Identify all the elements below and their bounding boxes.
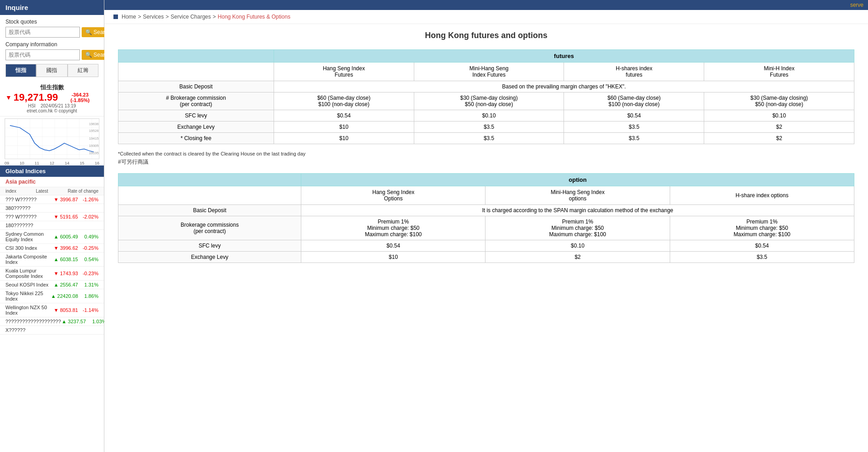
- breadcrumb-icon: [113, 15, 118, 19]
- svg-text:19636: 19636: [89, 122, 98, 126]
- options-header-title: option: [301, 174, 854, 186]
- futures-row-closing: * Closing fee $10 $3.5 $3.5 $2: [118, 133, 854, 144]
- index-row: ????????????????????▲ 3237.571.03%: [0, 317, 104, 326]
- futures-col-hsi: Hang Seng IndexFutures: [274, 63, 414, 81]
- index-value: ▼ 3996.87: [53, 197, 78, 202]
- index-change: -1.14%: [78, 307, 98, 313]
- futures-col-minih: Mini-H IndexFutures: [704, 63, 854, 81]
- hsi-section: 恒生指數 ▼ 19,271.99 -364.23 (-1.85%) HSI 20…: [0, 81, 104, 117]
- index-row: CSI 300 Index▼ 3996.62-0.25%: [0, 244, 104, 253]
- global-indices-label: Global Indices: [5, 168, 46, 175]
- tab-hsi[interactable]: 恒指: [5, 64, 36, 77]
- options-sfc-label: SFC levy: [118, 240, 301, 252]
- futures-closing-mhsi: $3.5: [414, 133, 564, 144]
- index-row: X??????: [0, 326, 104, 335]
- futures-exchange-mhsi: $3.5: [414, 122, 564, 133]
- futures-row-sfc: SFC levy $0.54 $0.10 $0.54 $0.10: [118, 110, 854, 122]
- futures-brokerage-hsi: $60 (Same-day close)$100 (non-day close): [274, 92, 414, 110]
- breadcrumb-current: Hong Kong Futures & Options: [218, 14, 290, 20]
- options-row-sfc: SFC levy $0.54 $0.10 $0.54: [118, 240, 854, 252]
- header-rate: Rate of change: [68, 189, 98, 194]
- hsi-chart: 19636 19526 19415 19305 19195: [5, 118, 99, 159]
- global-indices-header: Global Indices: [0, 165, 104, 177]
- futures-brokerage-mhsi: $30 (Same-day closing)$50 (non-day close…: [414, 92, 564, 110]
- options-brokerage-label: Brokerage commissions(per contract): [118, 216, 301, 240]
- sidebar-inquire-header: Inquire: [0, 0, 104, 15]
- options-col-mhsi: Mini-Hang Seng Indexoptions: [485, 186, 670, 205]
- breadcrumb-sep2: >: [166, 14, 169, 20]
- breadcrumb-sep3: >: [213, 14, 216, 20]
- index-row: Wellington NZX 50 Index▼ 8053.81-1.14%: [0, 303, 104, 317]
- inquire-label: Inquire: [5, 4, 28, 11]
- index-row: Seoul KOSPI Index▲ 2556.471.31%: [0, 281, 104, 289]
- index-row: Kuala Lumpur Composite Index▼ 1743.93-0.…: [0, 267, 104, 281]
- futures-deposit-label: Basic Deposit: [118, 81, 274, 92]
- index-change: 1.86%: [78, 293, 98, 299]
- futures-brokerage-label: # Brokerage commission(per contract): [118, 92, 274, 110]
- tab-redchip[interactable]: 紅籌: [68, 64, 98, 77]
- options-deposit-label: Basic Deposit: [118, 205, 301, 216]
- index-value: ▼ 8053.81: [53, 307, 78, 313]
- tab-hgi[interactable]: 國指: [36, 64, 67, 77]
- index-value: ▼ 3996.62: [53, 245, 78, 251]
- index-value: ▲ 22420.08: [51, 293, 78, 299]
- index-change: -2.02%: [78, 214, 98, 219]
- serve-link[interactable]: serve: [850, 2, 863, 8]
- page-title: Hong Kong futures and options: [118, 31, 854, 40]
- chart-x-16: 16: [95, 161, 99, 165]
- stock-quotes-search-row: 🔍 Search: [5, 27, 98, 38]
- index-value: ▲ 6038.15: [53, 257, 78, 262]
- futures-sfc-hsi: $0.54: [274, 110, 414, 122]
- index-row: Jakarta Composite Index▲ 6038.150.54%: [0, 253, 104, 267]
- company-info-input[interactable]: [5, 49, 80, 60]
- options-row-brokerage: Brokerage commissions(per contract) Prem…: [118, 216, 854, 240]
- index-name: Kuala Lumpur Composite Index: [5, 268, 53, 279]
- hsi-meta: HSI 2024/05/21 13:19: [5, 103, 98, 108]
- chart-x-labels: 09 10 11 12 14 15 16: [0, 161, 104, 165]
- chart-x-11: 11: [34, 161, 39, 165]
- breadcrumb-home[interactable]: Home: [122, 14, 136, 20]
- stock-quotes-section: Stock quotes 🔍 Search Company informatio…: [0, 15, 104, 81]
- search-icon-2: 🔍: [85, 52, 92, 58]
- hsi-chart-svg: 19636 19526 19415 19305 19195: [5, 119, 99, 159]
- hsi-date: 2024/05/21 13:19: [40, 103, 76, 108]
- stock-quotes-input[interactable]: [5, 27, 80, 38]
- breadcrumb-sep1: >: [138, 14, 141, 20]
- index-name: ??? W??????: [5, 214, 53, 219]
- options-header-empty: [118, 174, 301, 186]
- index-name: Jakarta Composite Index: [5, 254, 53, 265]
- chart-x-12: 12: [49, 161, 54, 165]
- options-exchange-label: Exchange Levy: [118, 252, 301, 263]
- svg-text:19415: 19415: [89, 136, 98, 141]
- svg-rect-1: [5, 119, 99, 159]
- hsi-copyright: etnet.com.hk © copyright: [5, 108, 98, 113]
- futures-brokerage-hshares: $60 (Same-day close)$100 (non-day close): [564, 92, 704, 110]
- index-change: -0.25%: [78, 245, 98, 251]
- index-name: CSI 300 Index: [5, 245, 53, 251]
- breadcrumb-service-charges[interactable]: Service Charges: [171, 14, 211, 20]
- index-row: Tokyo Nikkei 225 Index▲ 22420.081.86%: [0, 289, 104, 303]
- svg-text:19195: 19195: [89, 151, 98, 156]
- header-index: index: [5, 189, 16, 194]
- breadcrumb-services[interactable]: Services: [143, 14, 164, 20]
- futures-col-hshares: H-shares indexfutures: [564, 63, 704, 81]
- futures-closing-hshares: $3.5: [564, 133, 704, 144]
- breadcrumb: Home > Services > Service Charges > Hong…: [104, 10, 868, 24]
- hsi-title: 恒生指數: [5, 83, 98, 92]
- main-content: serve Home > Services > Service Charges …: [104, 0, 868, 452]
- index-row: 180???????: [0, 221, 104, 230]
- hsi-value-row: ▼ 19,271.99 -364.23 (-1.85%): [5, 92, 98, 103]
- options-brokerage-mhsi: Premium 1%Minimum charge: $50Maximum cha…: [485, 216, 670, 240]
- chart-x-15: 15: [80, 161, 84, 165]
- index-change: 1.31%: [78, 282, 98, 287]
- futures-sfc-hshares: $0.54: [564, 110, 704, 122]
- index-value: ▼ 1743.93: [53, 271, 78, 276]
- index-change: 1.03%: [86, 319, 106, 324]
- indices-list: ??? W??????▼ 3996.87-1.26%380????????? W…: [0, 195, 104, 335]
- options-col-hshares: H-share index options: [670, 186, 854, 205]
- options-exchange-hshares: $3.5: [670, 252, 854, 263]
- header-latest: Latest: [36, 189, 48, 194]
- index-name: ????????????????????: [5, 319, 61, 324]
- index-row: ??? W??????▼ 3996.87-1.26%: [0, 195, 104, 204]
- futures-closing-minih: $2: [704, 133, 854, 144]
